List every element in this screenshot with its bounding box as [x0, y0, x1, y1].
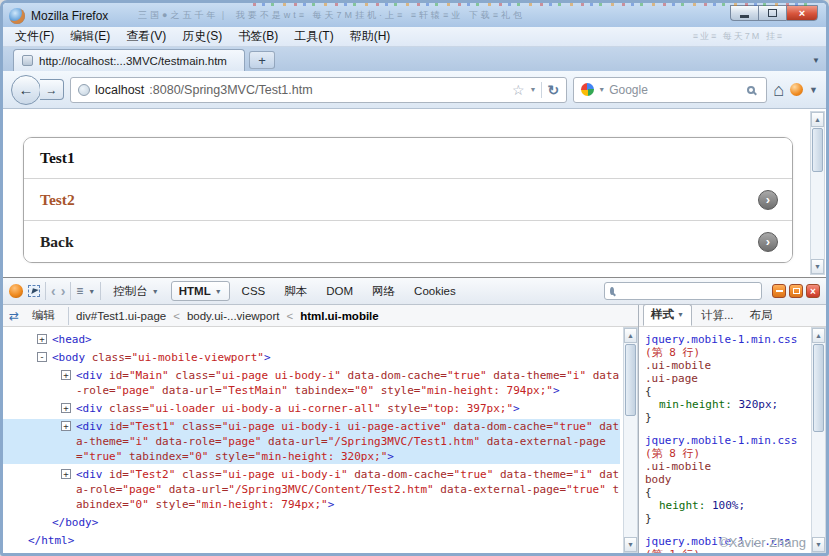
scroll-up-button[interactable]: ▲	[624, 328, 637, 343]
breadcrumb-item-body[interactable]: body.ui-...viewport	[187, 310, 279, 322]
css-source-link[interactable]: jquery.mobile-1.min.css (第 8 行)	[645, 333, 809, 359]
scroll-down-button[interactable]: ▼	[624, 537, 637, 552]
menu-item-history[interactable]: 历史(S)	[174, 27, 230, 46]
list-item[interactable]: Back ›	[24, 220, 792, 262]
tree-node[interactable]: +<div id="Test1" class="ui-page ui-body-…	[3, 419, 620, 464]
list-all-tabs-icon[interactable]: ▼	[812, 56, 820, 65]
scroll-thumb[interactable]	[813, 344, 824, 432]
fb-tab-css[interactable]: CSS	[235, 282, 273, 300]
scroll-up-button[interactable]: ▲	[812, 328, 825, 343]
fb-tab-console[interactable]: 控制台 ▼	[106, 281, 165, 302]
expand-icon[interactable]: +	[61, 370, 71, 380]
firebug-detach-button[interactable]	[789, 284, 803, 298]
menu-bar: 文件(F) 编辑(E) 查看(V) 历史(S) 书签(B) 工具(T) 帮助(H…	[3, 27, 826, 47]
menu-item-view[interactable]: 查看(V)	[118, 27, 174, 46]
expand-icon[interactable]: +	[61, 469, 71, 479]
menu-item-edit[interactable]: 编辑(E)	[62, 27, 118, 46]
breadcrumb-item-selected[interactable]: div#Test1.ui-page	[76, 310, 166, 322]
url-bar[interactable]: localhost :8080/Spring3MVC/Test1.htm ☆ ▼…	[70, 77, 567, 103]
fb-tab-dom[interactable]: DOM	[319, 282, 360, 300]
page-scrollbar[interactable]: ▲ ▼	[810, 111, 825, 275]
fb-tab-html[interactable]: HTML ▼	[171, 281, 230, 301]
html-tree: +<head>-<body class="ui-mobile-viewport"…	[3, 327, 623, 553]
fb-tab-cookies[interactable]: Cookies	[407, 282, 463, 300]
expand-icon[interactable]: +	[37, 334, 47, 344]
search-bar[interactable]: ▼ Google	[573, 77, 767, 103]
reload-button[interactable]: ↻	[547, 82, 559, 98]
firebug-body: ⇄ 编辑 div#Test1.ui-page < body.ui-...view…	[3, 305, 826, 553]
title-bar[interactable]: Mozilla Firefox 三国●之五千年｜ 我要不是wt≡ 每天7M挂机·…	[3, 3, 826, 27]
tree-node[interactable]: -<body class="ui-mobile-viewport">	[3, 350, 620, 365]
history-forward-icon[interactable]: ›	[61, 283, 66, 299]
breadcrumb-item-html[interactable]: html.ui-mobile	[300, 310, 379, 322]
list-item-label[interactable]: Test2	[40, 191, 75, 209]
css-source-link[interactable]: jquery.mobile-1.min.css (第 8 行)	[645, 434, 809, 460]
breadcrumb-separator: <	[286, 310, 293, 322]
search-icon[interactable]	[747, 86, 755, 94]
fb-tab-script[interactable]: 脚本	[277, 281, 314, 302]
close-button[interactable]: ×	[786, 5, 818, 21]
firebug-minimize-button[interactable]	[772, 284, 786, 298]
menu-item-tools[interactable]: 工具(T)	[286, 27, 341, 46]
menu-item-bookmarks[interactable]: 书签(B)	[230, 27, 286, 46]
tree-node[interactable]: +<div id="Main" class="ui-page ui-body-i…	[3, 368, 620, 398]
tree-node[interactable]: </html>	[3, 533, 620, 548]
addon-icon[interactable]	[790, 83, 803, 96]
scroll-up-button[interactable]: ▲	[811, 112, 824, 127]
collapse-icon[interactable]: -	[37, 352, 47, 362]
tree-node[interactable]: +<div id="Test2" class="ui-page ui-body-…	[3, 467, 620, 512]
search-engine-dropdown-icon[interactable]: ▼	[598, 86, 605, 93]
site-identity-icon[interactable]	[78, 84, 90, 96]
css-selector[interactable]: .ui-page	[645, 372, 809, 385]
scroll-down-button[interactable]: ▼	[811, 259, 824, 274]
edit-button[interactable]: 编辑	[26, 307, 61, 324]
side-panel-toggle-icon[interactable]: ⇄	[9, 309, 19, 323]
menu-item-help[interactable]: 帮助(H)	[342, 27, 399, 46]
divider	[68, 307, 69, 325]
firebug-search-box[interactable]	[604, 282, 762, 300]
css-selector[interactable]: .ui-mobile	[645, 460, 809, 473]
fb-tab-net[interactable]: 网络	[365, 281, 402, 302]
list-item-label[interactable]: Back	[40, 233, 74, 251]
url-dropdown-icon[interactable]: ▼	[530, 86, 537, 93]
firefox-icon	[9, 8, 25, 24]
scroll-down-button[interactable]: ▼	[812, 537, 825, 552]
tree-node[interactable]: +<div class="ui-loader ui-body-a ui-corn…	[3, 401, 620, 416]
back-button[interactable]: ←	[11, 75, 41, 105]
dropdown-caret-icon[interactable]: ▼	[88, 288, 95, 295]
css-selector[interactable]: body	[645, 473, 809, 486]
firebug-search-input[interactable]	[618, 285, 760, 297]
firebug-window-buttons: ×	[772, 284, 820, 298]
history-back-icon[interactable]: ‹	[51, 283, 56, 299]
css-property[interactable]: min-height: 320px;	[645, 398, 809, 411]
background-artifact-text: 三国●之五千年｜ 我要不是wt≡ 每天7M挂机·上≡ ≡轩辕≡业 下载≡礼包	[138, 9, 525, 22]
firebug-close-button[interactable]: ×	[806, 284, 820, 298]
firebug-icon[interactable]	[9, 284, 23, 298]
css-selector[interactable]: .ui-mobile	[645, 359, 809, 372]
tab-computed[interactable]: 计算...	[694, 306, 741, 326]
style-scrollbar[interactable]: ▲ ▼	[811, 327, 826, 553]
scroll-thumb[interactable]	[812, 128, 823, 172]
maximize-button[interactable]	[758, 5, 786, 21]
toolbar-overflow-icon[interactable]: ▼	[809, 85, 818, 95]
tab-layout[interactable]: 布局	[743, 306, 780, 326]
panel-list-icon[interactable]: ≡	[76, 284, 83, 298]
css-property[interactable]: height: 100%;	[645, 499, 809, 512]
menu-item-file[interactable]: 文件(F)	[7, 27, 62, 46]
tree-node[interactable]: +<head>	[3, 332, 620, 347]
forward-button[interactable]: →	[40, 79, 64, 100]
minimize-button[interactable]	[730, 5, 758, 21]
list-item[interactable]: Test2 ›	[24, 178, 792, 220]
expand-icon[interactable]: +	[61, 403, 71, 413]
inspect-element-icon[interactable]	[28, 285, 40, 297]
tab-style[interactable]: 样式 ▼	[643, 304, 692, 326]
expand-icon[interactable]: +	[61, 421, 71, 431]
bookmark-star-icon[interactable]: ☆	[512, 82, 525, 98]
browser-tab[interactable]: http://localhost:...3MVC/testmain.htm	[13, 49, 245, 71]
tree-scrollbar[interactable]: ▲ ▼	[623, 327, 638, 553]
tree-node[interactable]: </body>	[3, 515, 620, 530]
new-tab-button[interactable]: +	[249, 51, 275, 69]
google-logo-icon[interactable]	[581, 83, 594, 96]
scroll-thumb[interactable]	[625, 344, 636, 416]
home-button[interactable]: ⌂	[773, 81, 784, 99]
